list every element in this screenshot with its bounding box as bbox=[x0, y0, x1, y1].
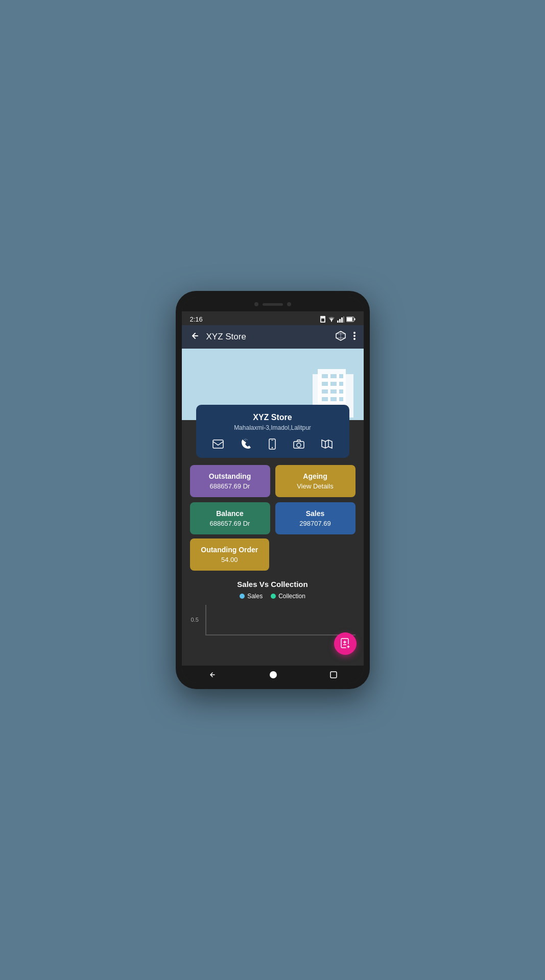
sales-legend: Sales bbox=[240, 593, 263, 600]
sim-icon bbox=[320, 316, 326, 323]
store-address: Mahalaxmi-3,Imadol,Lalitpur bbox=[204, 424, 341, 431]
svg-rect-20 bbox=[339, 382, 343, 386]
svg-rect-9 bbox=[354, 318, 355, 321]
svg-rect-26 bbox=[339, 397, 343, 401]
svg-rect-15 bbox=[322, 374, 328, 378]
store-card: XYZ Store Mahalaxmi-3,Imadol,Lalitpur bbox=[196, 405, 349, 458]
svg-rect-23 bbox=[339, 389, 343, 394]
store-actions bbox=[204, 438, 341, 450]
svg-rect-21 bbox=[322, 389, 328, 394]
collection-legend-dot bbox=[271, 594, 276, 599]
svg-point-10 bbox=[353, 332, 356, 334]
bottom-nav bbox=[182, 666, 364, 683]
ageing-value: View Details bbox=[297, 482, 333, 490]
outstanding-order-row: Outanding Order 54.00 bbox=[182, 538, 364, 575]
collection-legend-label: Collection bbox=[278, 593, 305, 600]
svg-point-30 bbox=[272, 447, 273, 448]
cube-icon[interactable] bbox=[335, 330, 346, 344]
status-icons bbox=[320, 316, 356, 323]
svg-rect-24 bbox=[322, 397, 328, 401]
svg-rect-25 bbox=[330, 397, 337, 401]
camera-dot-2 bbox=[287, 302, 291, 306]
outstanding-card[interactable]: Outstanding 688657.69 Dr bbox=[190, 465, 270, 497]
ageing-card[interactable]: Ageing View Details bbox=[275, 465, 356, 497]
scroll-content[interactable]: XYZ Store Mahalaxmi-3,Imadol,Lalitpur bbox=[182, 349, 364, 666]
outstanding-order-card[interactable]: Outanding Order 54.00 bbox=[190, 538, 270, 571]
speaker bbox=[263, 303, 283, 306]
status-bar: 2:16 bbox=[182, 311, 364, 325]
svg-rect-18 bbox=[322, 382, 328, 386]
app-bar-left: XYZ Store bbox=[190, 331, 246, 343]
notch-area bbox=[182, 297, 364, 311]
back-nav-button[interactable] bbox=[208, 671, 217, 679]
collection-legend: Collection bbox=[271, 593, 305, 600]
svg-rect-28 bbox=[213, 440, 223, 448]
balance-value: 688657.69 Dr bbox=[210, 520, 250, 527]
mobile-icon[interactable] bbox=[269, 438, 276, 450]
chart-section: Sales Vs Collection Sales Collection 0.5 bbox=[182, 575, 364, 641]
page-title: XYZ Store bbox=[206, 332, 246, 342]
svg-rect-44 bbox=[330, 672, 337, 678]
svg-rect-1 bbox=[321, 318, 324, 322]
camera-dot bbox=[254, 302, 258, 306]
back-button[interactable] bbox=[190, 331, 200, 343]
app-bar-right bbox=[335, 330, 356, 344]
svg-rect-3 bbox=[337, 321, 339, 323]
sales-legend-dot bbox=[240, 594, 245, 599]
status-time: 2:16 bbox=[190, 315, 203, 323]
add-order-icon bbox=[340, 638, 351, 649]
svg-rect-16 bbox=[330, 374, 337, 378]
phone-screen: 2:16 bbox=[182, 297, 364, 683]
svg-rect-31 bbox=[271, 440, 273, 440]
ageing-label: Ageing bbox=[303, 472, 327, 480]
camera-icon[interactable] bbox=[293, 438, 304, 450]
svg-rect-6 bbox=[343, 316, 344, 323]
svg-point-2 bbox=[331, 321, 332, 322]
chart-y-label: 0.5 bbox=[191, 617, 199, 623]
phone-frame: 2:16 bbox=[176, 291, 370, 689]
sales-card[interactable]: Sales 298707.69 bbox=[275, 502, 356, 534]
svg-rect-5 bbox=[341, 317, 343, 323]
outstanding-label: Outstanding bbox=[209, 472, 251, 480]
wifi-icon bbox=[328, 316, 335, 322]
svg-point-11 bbox=[353, 335, 356, 337]
svg-rect-8 bbox=[347, 317, 352, 321]
more-icon[interactable] bbox=[353, 331, 356, 342]
outstanding-order-label: Outanding Order bbox=[201, 546, 258, 554]
svg-point-12 bbox=[353, 338, 356, 340]
sales-value: 298707.69 bbox=[299, 520, 330, 527]
balance-card[interactable]: Balance 688657.69 Dr bbox=[190, 502, 270, 534]
svg-rect-22 bbox=[330, 389, 337, 394]
outstanding-value: 688657.69 Dr bbox=[210, 482, 250, 490]
email-icon[interactable] bbox=[212, 438, 224, 450]
signal-icon bbox=[337, 316, 344, 323]
svg-rect-19 bbox=[330, 382, 337, 386]
svg-point-33 bbox=[297, 443, 301, 447]
recent-nav-button[interactable] bbox=[330, 671, 337, 678]
svg-rect-17 bbox=[339, 374, 343, 378]
add-order-fab[interactable] bbox=[334, 632, 357, 655]
stats-grid: Outstanding 688657.69 Dr Ageing View Det… bbox=[182, 458, 364, 538]
app-bar: XYZ Store bbox=[182, 325, 364, 349]
map-icon[interactable] bbox=[321, 438, 333, 450]
phone-icon[interactable] bbox=[241, 438, 252, 450]
outstanding-order-value: 54.00 bbox=[221, 556, 238, 564]
chart-area: 0.5 bbox=[205, 605, 356, 635]
battery-icon bbox=[346, 316, 356, 322]
sales-legend-label: Sales bbox=[247, 593, 263, 600]
chart-legend: Sales Collection bbox=[190, 593, 356, 600]
sales-label: Sales bbox=[306, 509, 325, 518]
svg-point-43 bbox=[270, 671, 277, 678]
store-name: XYZ Store bbox=[204, 413, 341, 422]
chart-title: Sales Vs Collection bbox=[190, 580, 356, 589]
home-nav-button[interactable] bbox=[270, 671, 277, 678]
svg-rect-4 bbox=[339, 319, 341, 323]
balance-label: Balance bbox=[216, 509, 244, 518]
